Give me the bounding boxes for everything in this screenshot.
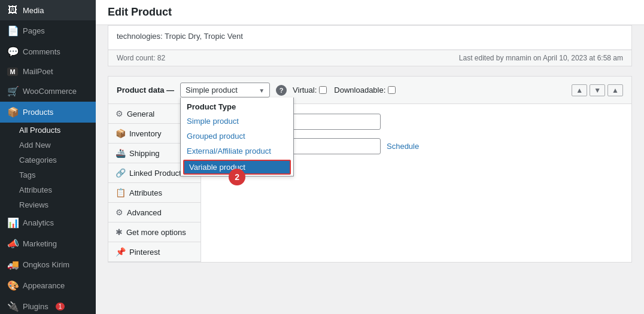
product-data-label: Product data — (117, 86, 174, 94)
sidebar-item-appearance[interactable]: 🎨 Appearance (0, 275, 96, 296)
product-data-header: Product data — Simple product ▼ Product … (108, 77, 631, 104)
dropdown-item-grouped[interactable]: Grouped product (181, 129, 293, 144)
page-title: Edit Product (108, 6, 632, 19)
editor-area: technologies: Tropic Dry, Tropic Vent Wo… (108, 25, 632, 66)
analytics-icon: 📊 (7, 217, 18, 228)
last-edited: Last edited by mnamin on April 10, 2023 … (459, 54, 623, 62)
sidebar-item-plugins[interactable]: 🔌 Plugins 1 (0, 296, 96, 314)
dropdown-item-simple[interactable]: Simple product (181, 114, 293, 129)
select-display[interactable]: Simple product ▼ (180, 83, 270, 97)
sidebar-item-analytics[interactable]: 📊 Analytics (0, 212, 96, 233)
ongkos-kirim-icon: 🚚 (7, 259, 18, 270)
plugins-badge: 1 (56, 303, 65, 310)
collapse-toggle-button[interactable]: ▲ (607, 84, 623, 96)
sidebar-sub-add-new[interactable]: Add New (0, 138, 96, 153)
step-2-badge: 2 (229, 169, 245, 185)
product-type-dropdown: Product Type Simple product Grouped prod… (180, 97, 294, 176)
appearance-icon: 🎨 (7, 280, 18, 291)
comments-icon: 💬 (7, 46, 18, 57)
collapse-up-button[interactable]: ▲ (572, 84, 587, 96)
sidebar-sub-tags[interactable]: Tags (0, 167, 96, 182)
virtual-downloadable: Virtual: Downloadable: (293, 86, 396, 94)
sidebar-item-comments[interactable]: 💬 Comments (0, 41, 96, 62)
virtual-checkbox-label[interactable]: Virtual: (293, 86, 327, 94)
inventory-icon: 📦 (116, 129, 126, 138)
get-more-options-icon: ✱ (116, 227, 123, 237)
schedule-link[interactable]: Schedule (387, 142, 419, 151)
downloadable-checkbox[interactable] (388, 86, 396, 94)
shipping-icon: 🚢 (116, 148, 126, 158)
media-icon: 🖼 (7, 5, 18, 16)
editor-content[interactable]: technologies: Tropic Dry, Tropic Vent (108, 26, 631, 50)
virtual-checkbox[interactable] (319, 86, 327, 94)
dropdown-item-external[interactable]: External/Affiliate product (181, 144, 293, 158)
sidebar-item-media[interactable]: 🖼 Media (0, 0, 96, 20)
plugins-icon: 🔌 (7, 301, 18, 312)
sidebar-sub-categories[interactable]: Categories (0, 153, 96, 167)
advanced-icon: ⚙ (116, 208, 123, 217)
sidebar: 🖼 Media 📄 Pages 💬 Comments M MailPoet 🛒 … (0, 0, 96, 314)
sidebar-sub-reviews[interactable]: Reviews (0, 197, 96, 212)
word-count: Word count: 82 (117, 54, 165, 62)
product-data-section: Product data — Simple product ▼ Product … (108, 76, 632, 263)
sidebar-sub-all-products[interactable]: All Products (0, 123, 96, 138)
tab-pinterest[interactable]: 📌 Pinterest (108, 242, 201, 262)
product-type-select[interactable]: Simple product ▼ Product Type Simple pro… (180, 83, 270, 97)
virtual-label: Virtual: (293, 86, 317, 94)
pages-icon: 📄 (7, 25, 18, 36)
tab-get-more-options[interactable]: ✱ Get more options (108, 222, 201, 242)
mailpoet-icon: M (7, 68, 18, 76)
downloadable-checkbox-label[interactable]: Downloadable: (334, 86, 396, 94)
content-area: technologies: Tropic Dry, Tropic Vent Wo… (96, 25, 644, 275)
products-icon: 📦 (7, 106, 18, 118)
sidebar-item-mailpoet[interactable]: M MailPoet (0, 62, 96, 81)
sidebar-item-pages[interactable]: 📄 Pages (0, 20, 96, 41)
sidebar-item-ongkos-kirim[interactable]: 🚚 Ongkos Kirim (0, 254, 96, 275)
sidebar-item-marketing[interactable]: 📣 Marketing (0, 233, 96, 254)
sidebar-sub-attributes[interactable]: Attributes (0, 182, 96, 197)
pinterest-icon: 📌 (116, 247, 126, 257)
header-controls: ▲ ▼ ▲ (572, 84, 623, 96)
main-content: Edit Product technologies: Tropic Dry, T… (96, 0, 644, 314)
chevron-down-icon: ▼ (259, 87, 265, 93)
sidebar-item-woocommerce[interactable]: 🛒 WooCommerce (0, 81, 96, 102)
select-value: Simple product (186, 86, 238, 94)
attributes-icon: 📋 (116, 188, 126, 197)
woocommerce-icon: 🛒 (7, 86, 18, 97)
general-icon: ⚙ (116, 109, 123, 118)
linked-products-icon: 🔗 (116, 168, 126, 178)
tab-attributes[interactable]: 📋 Attributes (108, 183, 201, 203)
marketing-icon: 📣 (7, 238, 18, 249)
sidebar-item-products[interactable]: 📦 Products (0, 102, 96, 123)
help-icon[interactable]: ? (276, 85, 287, 96)
dropdown-header: Product Type (181, 97, 293, 114)
editor-footer: Word count: 82 Last edited by mnamin on … (108, 50, 631, 66)
collapse-down-button[interactable]: ▼ (590, 84, 605, 96)
page-header: Edit Product (96, 0, 644, 25)
downloadable-label: Downloadable: (334, 86, 385, 94)
tab-advanced[interactable]: ⚙ Advanced (108, 203, 201, 222)
